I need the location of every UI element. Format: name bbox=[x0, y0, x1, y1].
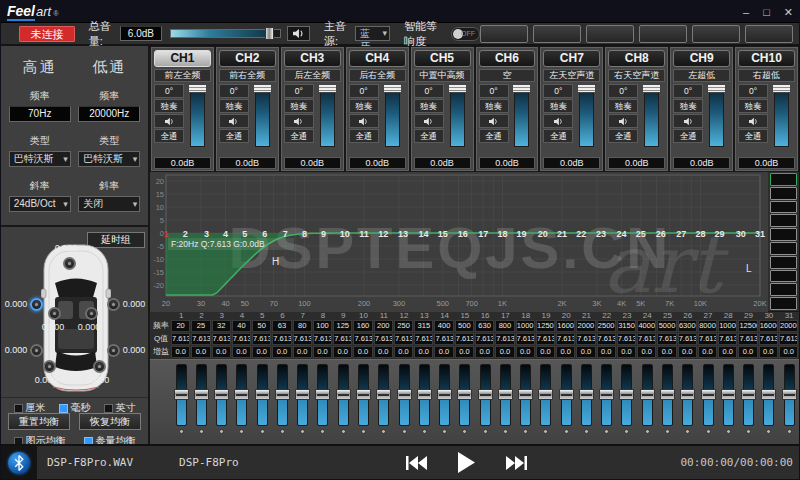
band-freq-cell[interactable]: 315 bbox=[414, 320, 433, 332]
band-fader[interactable] bbox=[176, 364, 187, 426]
fader-handle[interactable] bbox=[559, 389, 574, 400]
band-freq-cell[interactable]: 1600 bbox=[556, 320, 575, 332]
master-volume-value[interactable]: 6.0dB bbox=[120, 26, 162, 41]
band-freq-cell[interactable]: 250 bbox=[394, 320, 413, 332]
channel-gain-value[interactable]: 0.0dB bbox=[219, 157, 276, 169]
mute-button[interactable] bbox=[284, 114, 314, 128]
channel-fader[interactable] bbox=[320, 85, 335, 147]
channel-select-button[interactable]: CH8 bbox=[608, 50, 665, 67]
loudness-toggle[interactable]: OFF bbox=[451, 27, 480, 41]
band-fader[interactable] bbox=[520, 364, 531, 426]
fader-handle[interactable] bbox=[707, 84, 726, 93]
solo-button[interactable]: 独奏 bbox=[154, 99, 184, 113]
band-gain-cell[interactable]: 0.0 bbox=[779, 346, 798, 358]
speaker-position-icon[interactable] bbox=[48, 307, 61, 320]
channel-select-button[interactable]: CH2 bbox=[219, 50, 276, 67]
mute-button[interactable] bbox=[608, 114, 638, 128]
band-freq-cell[interactable]: 10000 bbox=[718, 320, 737, 332]
fader-handle[interactable] bbox=[577, 84, 596, 93]
band-q-cell[interactable]: 7.613 bbox=[252, 333, 271, 345]
band-fader[interactable] bbox=[662, 364, 673, 426]
fader-handle[interactable] bbox=[275, 389, 290, 400]
channel-select-button[interactable]: CH5 bbox=[414, 50, 471, 67]
fader-handle[interactable] bbox=[234, 389, 249, 400]
band-q-cell[interactable]: 7.613 bbox=[738, 333, 757, 345]
band-freq-cell[interactable]: 20000 bbox=[779, 320, 798, 332]
band-gain-cell[interactable]: 0.0 bbox=[536, 346, 555, 358]
band-freq-cell[interactable]: 160 bbox=[353, 320, 372, 332]
band-freq-cell[interactable]: 63 bbox=[272, 320, 291, 332]
minimize-icon[interactable]: – bbox=[743, 2, 749, 22]
channel-select-button[interactable]: CH4 bbox=[349, 50, 406, 67]
fader-handle[interactable] bbox=[772, 84, 791, 93]
phase-button[interactable]: 0° bbox=[479, 84, 509, 98]
speaker-position-icon[interactable] bbox=[30, 298, 43, 311]
channel-select-button[interactable]: CH3 bbox=[284, 50, 341, 67]
channel-gain-value[interactable]: 0.0dB bbox=[543, 157, 600, 169]
speaker-position-icon[interactable] bbox=[63, 257, 76, 270]
band-q-cell[interactable]: 7.613 bbox=[414, 333, 433, 345]
band-q-cell[interactable]: 7.613 bbox=[191, 333, 210, 345]
band-fader[interactable] bbox=[439, 364, 450, 426]
speaker-position-icon[interactable] bbox=[93, 360, 106, 373]
band-freq-cell[interactable]: 630 bbox=[475, 320, 494, 332]
band-q-cell[interactable]: 7.613 bbox=[617, 333, 636, 345]
allpass-button[interactable]: 全通 bbox=[543, 129, 573, 143]
band-q-cell[interactable]: 7.613 bbox=[759, 333, 778, 345]
channel-select-button[interactable]: CH6 bbox=[479, 50, 536, 67]
mute-button[interactable] bbox=[414, 114, 444, 128]
graph-channel-button[interactable] bbox=[770, 297, 797, 310]
band-fader[interactable] bbox=[682, 364, 693, 426]
channel-gain-value[interactable]: 0.0dB bbox=[608, 157, 665, 169]
graph-channel-button[interactable] bbox=[770, 214, 797, 227]
band-freq-cell[interactable]: 1000 bbox=[516, 320, 535, 332]
fader-handle[interactable] bbox=[741, 389, 756, 400]
allpass-button[interactable]: 全通 bbox=[673, 129, 703, 143]
fader-handle[interactable] bbox=[640, 389, 655, 400]
band-gain-cell[interactable]: 0.0 bbox=[495, 346, 514, 358]
eq-curve-graph[interactable]: 20151050-5-10-15-20203040507010020030050… bbox=[150, 172, 768, 312]
band-freq-cell[interactable]: 800 bbox=[495, 320, 514, 332]
band-gain-cell[interactable]: 0.0 bbox=[597, 346, 616, 358]
toolbar-button[interactable] bbox=[586, 25, 634, 43]
fader-handle[interactable] bbox=[619, 389, 634, 400]
channel-select-button[interactable]: CH1 bbox=[154, 50, 211, 67]
band-gain-cell[interactable]: 0.0 bbox=[414, 346, 433, 358]
reset-eq-button[interactable]: 重置均衡 bbox=[8, 413, 70, 430]
allpass-button[interactable]: 全通 bbox=[154, 129, 184, 143]
band-gain-cell[interactable]: 0.0 bbox=[637, 346, 656, 358]
graph-channel-button[interactable] bbox=[770, 228, 797, 241]
channel-gain-value[interactable]: 0.0dB bbox=[284, 157, 341, 169]
band-q-cell[interactable]: 7.613 bbox=[272, 333, 291, 345]
solo-button[interactable]: 独奏 bbox=[284, 99, 314, 113]
band-q-cell[interactable]: 7.613 bbox=[394, 333, 413, 345]
fader-handle[interactable] bbox=[457, 389, 472, 400]
band-freq-cell[interactable]: 40 bbox=[232, 320, 251, 332]
allpass-button[interactable]: 全通 bbox=[219, 129, 249, 143]
band-gain-cell[interactable]: 0.0 bbox=[212, 346, 231, 358]
connect-status-button[interactable]: 未连接 bbox=[19, 26, 75, 42]
toolbar-button[interactable] bbox=[745, 25, 793, 43]
mute-button[interactable] bbox=[154, 114, 184, 128]
band-q-cell[interactable]: 7.613 bbox=[779, 333, 798, 345]
band-freq-cell[interactable]: 500 bbox=[455, 320, 474, 332]
band-freq-cell[interactable]: 3150 bbox=[617, 320, 636, 332]
band-freq-cell[interactable]: 125 bbox=[333, 320, 352, 332]
band-freq-cell[interactable]: 5000 bbox=[657, 320, 676, 332]
restore-eq-button[interactable]: 恢复均衡 bbox=[79, 413, 141, 430]
band-gain-cell[interactable]: 0.0 bbox=[374, 346, 393, 358]
phase-button[interactable]: 0° bbox=[154, 84, 184, 98]
allpass-button[interactable]: 全通 bbox=[479, 129, 509, 143]
band-freq-cell[interactable]: 12500 bbox=[738, 320, 757, 332]
band-q-cell[interactable]: 7.613 bbox=[556, 333, 575, 345]
band-fader[interactable] bbox=[317, 364, 328, 426]
band-fader[interactable] bbox=[358, 364, 369, 426]
fader-handle[interactable] bbox=[782, 389, 797, 400]
band-freq-cell[interactable]: 200 bbox=[374, 320, 393, 332]
band-gain-cell[interactable]: 0.0 bbox=[434, 346, 453, 358]
channel-fader[interactable] bbox=[709, 85, 724, 147]
phase-button[interactable]: 0° bbox=[673, 84, 703, 98]
band-q-cell[interactable]: 7.613 bbox=[171, 333, 190, 345]
band-gain-cell[interactable]: 0.0 bbox=[333, 346, 352, 358]
band-fader[interactable] bbox=[196, 364, 207, 426]
